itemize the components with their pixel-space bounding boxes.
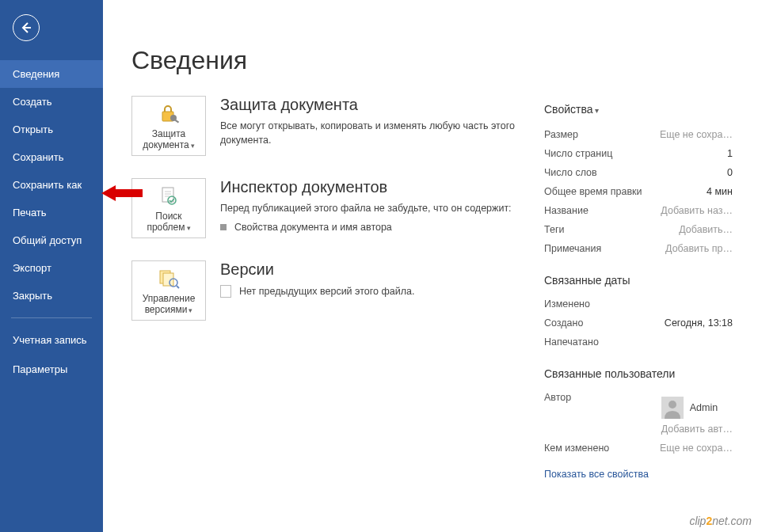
watermark: clip2net.com (689, 515, 752, 527)
svg-marker-4 (101, 185, 143, 201)
properties-panel: Свойства РазмерЕще не сохра… Число стран… (544, 103, 733, 480)
prop-comments: ПримечанияДобавить пр… (544, 239, 733, 258)
related-dates-title: Связанные даты (544, 274, 733, 287)
document-check-icon (158, 185, 179, 207)
versions-empty-text: Нет предыдущих версий этого файла. (239, 286, 414, 297)
protect-document-button[interactable]: Защита документа▾ (131, 96, 206, 156)
manage-versions-button[interactable]: Управлениеверсиями▾ (131, 260, 206, 321)
nav-account[interactable]: Учетная запись (0, 326, 103, 355)
backstage-sidebar: Сведения Создать Открыть Сохранить Сохра… (0, 0, 103, 532)
inspect-desc: Перед публикацией этого файла не забудьт… (220, 201, 512, 215)
prop-size: РазмерЕще не сохра… (544, 125, 733, 144)
date-modified: Изменено (544, 294, 733, 314)
nav-save[interactable]: Сохранить (0, 143, 103, 171)
inspect-section: Инспектор документов Перед публикацией э… (220, 178, 512, 233)
annotation-arrow-icon (101, 184, 141, 203)
lock-icon (158, 103, 180, 125)
inspect-title: Инспектор документов (220, 178, 512, 196)
date-printed: Напечатано (544, 332, 733, 352)
page-title: Сведения (131, 46, 758, 75)
document-icon (220, 285, 231, 298)
nav-options[interactable]: Параметры (0, 355, 103, 383)
nav-export[interactable]: Экспорт (0, 254, 103, 282)
properties-dropdown[interactable]: Свойства (544, 103, 733, 116)
check-for-issues-button[interactable]: Поискпроблем▾ (131, 178, 206, 238)
versions-icon (158, 268, 180, 290)
bullet-icon (220, 224, 227, 230)
prop-words: Число слов0 (544, 163, 733, 182)
author-label: Автор (544, 392, 571, 403)
date-created: СозданоСегодня, 13:18 (544, 314, 733, 332)
versions-section: Версии Нет предыдущих версий этого файла… (220, 260, 414, 298)
nav-close[interactable]: Закрыть (0, 282, 103, 310)
svg-rect-7 (175, 120, 179, 124)
related-people-title: Связанные пользователи (544, 367, 733, 380)
protect-desc: Все могут открывать, копировать и изменя… (220, 119, 529, 147)
protect-title: Защита документа (220, 96, 529, 114)
nav-new[interactable]: Создать (0, 88, 103, 116)
prop-pages: Число страниц1 (544, 144, 733, 163)
author-avatar-icon (661, 397, 684, 419)
changed-by-row: Кем измененоЕще не сохра… (544, 439, 733, 458)
nav-separator (11, 317, 92, 318)
svg-line-13 (177, 286, 179, 288)
prop-title: НазваниеДобавить наз… (544, 201, 733, 220)
versions-empty: Нет предыдущих версий этого файла. (220, 285, 414, 298)
inspect-bullet: Свойства документа и имя автора (220, 222, 512, 233)
show-all-properties-link[interactable]: Показать все свойства (544, 469, 649, 480)
add-title-link[interactable]: Добавить наз… (661, 205, 733, 216)
nav-open[interactable]: Открыть (0, 116, 103, 143)
add-author-link[interactable]: Добавить авт… (661, 424, 733, 435)
inspect-tile-label: Поискпроблем▾ (147, 211, 190, 233)
prop-edit-time: Общее время правки4 мин (544, 182, 733, 201)
versions-tile-label: Управлениеверсиями▾ (143, 293, 196, 315)
author-name: Admin (690, 402, 718, 413)
versions-title: Версии (220, 260, 414, 279)
protect-tile-label: Защита документа▾ (135, 128, 202, 150)
svg-point-14 (668, 401, 676, 408)
add-tags-link[interactable]: Добавить… (679, 224, 733, 235)
add-comments-link[interactable]: Добавить пр… (665, 243, 733, 254)
prop-tags: ТегиДобавить… (544, 220, 733, 239)
nav-print[interactable]: Печать (0, 199, 103, 226)
nav-share[interactable]: Общий доступ (0, 226, 103, 254)
author-row: Автор Admin Добавить авт… (544, 388, 733, 439)
nav-info[interactable]: Сведения (0, 60, 103, 88)
back-button[interactable] (13, 14, 40, 41)
inspect-bullet-text: Свойства документа и имя автора (234, 222, 392, 233)
nav-save-as[interactable]: Сохранить как (0, 171, 103, 199)
protect-section: Защита документа Все могут открывать, ко… (220, 96, 529, 147)
